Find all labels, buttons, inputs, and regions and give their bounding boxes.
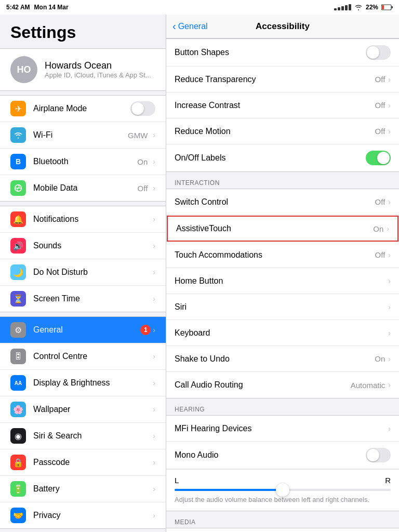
profile-name: Howards Ocean <box>45 60 151 71</box>
call-audio-routing-chevron: › <box>388 381 391 389</box>
general-badge: 1 <box>140 325 151 335</box>
sidebar-item-do-not-disturb[interactable]: 🌙 Do Not Disturb › <box>0 259 166 286</box>
wifi-setting-icon <box>10 127 26 143</box>
right-row-home-button[interactable]: Home Button › <box>166 268 399 294</box>
reduce-transparency-label: Reduce Transparency <box>175 75 375 84</box>
right-row-assistive-touch[interactable]: AssistiveTouch On › <box>167 216 398 242</box>
sidebar-item-wallpaper[interactable]: 🌸 Wallpaper › <box>0 396 166 423</box>
right-row-mfi-hearing[interactable]: MFi Hearing Devices › <box>166 416 399 442</box>
siri-search-label: Siri & Search <box>33 431 151 441</box>
siri-label: Siri <box>175 302 388 312</box>
slider-left-label: L <box>175 476 179 485</box>
control-centre-chevron: › <box>153 352 155 361</box>
right-row-onoff-labels[interactable]: On/Off Labels <box>166 144 399 171</box>
shake-to-undo-label: Shake to Undo <box>175 354 375 364</box>
right-row-button-shapes[interactable]: Button Shapes <box>166 39 399 66</box>
status-date: Mon 14 Mar <box>34 4 69 11</box>
wallpaper-icon: 🌸 <box>10 402 26 417</box>
slider-right-label: R <box>385 476 391 485</box>
nav-back-label: General <box>178 22 208 31</box>
screen-time-label: Screen Time <box>33 294 151 303</box>
mfi-hearing-chevron: › <box>388 424 391 433</box>
svg-rect-1 <box>382 5 384 9</box>
airplane-mode-toggle[interactable] <box>130 101 155 116</box>
status-time: 5:42 AM <box>6 4 30 11</box>
wifi-value: GMW <box>128 131 148 140</box>
right-row-reduce-transparency[interactable]: Reduce Transparency Off › <box>166 66 399 92</box>
sounds-label: Sounds <box>33 241 151 250</box>
nav-back-button[interactable]: ‹ General <box>172 20 208 32</box>
screen-time-chevron: › <box>153 295 155 303</box>
general-chevron: › <box>153 326 155 334</box>
status-bar: 5:42 AM Mon 14 Mar 22% <box>0 0 399 15</box>
sidebar-item-general[interactable]: ⚙ General 1 › <box>0 317 166 343</box>
sounds-icon: 🔊 <box>10 238 26 254</box>
sidebar-item-siri-search[interactable]: ◉ Siri & Search › <box>0 423 166 449</box>
battery-level: 22% <box>366 4 378 11</box>
display-brightness-label: Display & Brightness <box>33 378 151 388</box>
slider-fill <box>175 489 283 491</box>
section-hearing-header: HEARING <box>166 403 399 415</box>
touch-accommodations-label: Touch Accommodations <box>175 250 375 260</box>
sidebar-item-airplane-mode[interactable]: ✈ Airplane Mode <box>0 96 166 122</box>
assistive-touch-value: On <box>373 224 383 233</box>
sidebar-item-display-brightness[interactable]: AA Display & Brightness › <box>0 370 166 396</box>
profile-row[interactable]: HO Howards Ocean Apple ID, iCloud, iTune… <box>0 48 166 91</box>
audio-balance-slider-section: L R Adjust the audio volume balance betw… <box>166 469 399 511</box>
airplane-mode-label: Airplane Mode <box>33 104 130 113</box>
right-row-keyboard[interactable]: Keyboard › <box>166 320 399 346</box>
section-interaction-header: INTERACTION <box>166 176 399 189</box>
assistive-touch-chevron: › <box>387 224 389 233</box>
sidebar-item-battery[interactable]: 🔋 Battery › <box>0 476 166 502</box>
right-row-call-audio-routing[interactable]: Call Audio Routing Automatic › <box>166 372 399 398</box>
sidebar-item-wifi[interactable]: Wi-Fi GMW › <box>0 122 166 149</box>
sidebar-item-notifications[interactable]: 🔔 Notifications › <box>0 206 166 233</box>
sidebar-item-passcode[interactable]: 🔒 Passcode › <box>0 449 166 476</box>
increase-contrast-chevron: › <box>388 101 391 110</box>
reduce-motion-chevron: › <box>388 127 391 136</box>
button-shapes-toggle[interactable] <box>366 45 391 60</box>
back-chevron-icon: ‹ <box>172 20 176 32</box>
sidebar-item-mobile-data[interactable]: Mobile Data Off › <box>0 175 166 201</box>
privacy-chevron: › <box>153 511 155 520</box>
right-row-switch-control[interactable]: Switch Control Off › <box>166 189 399 215</box>
sidebar-item-control-centre[interactable]: 🎛 Control Centre › <box>0 343 166 370</box>
right-row-shake-to-undo[interactable]: Shake to Undo On › <box>166 346 399 372</box>
audio-balance-track <box>175 489 391 491</box>
wifi-chevron: › <box>153 131 155 139</box>
notifications-label: Notifications <box>33 215 151 224</box>
media-group: Subtitles & Captioning › <box>166 528 399 532</box>
sidebar-title: Settings <box>0 15 166 48</box>
sidebar-item-sounds[interactable]: 🔊 Sounds › <box>0 233 166 259</box>
control-centre-icon: 🎛 <box>10 349 26 364</box>
wallpaper-label: Wallpaper <box>33 405 151 414</box>
sidebar-item-privacy[interactable]: 🤝 Privacy › <box>0 502 166 528</box>
shake-to-undo-chevron: › <box>388 355 391 363</box>
onoff-labels-toggle[interactable] <box>366 151 391 165</box>
passcode-label: Passcode <box>33 458 151 467</box>
right-row-touch-accommodations[interactable]: Touch Accommodations Off › <box>166 242 399 268</box>
battery-icon <box>381 4 393 10</box>
avatar: HO <box>10 56 37 83</box>
passcode-icon: 🔒 <box>10 455 26 470</box>
right-row-subtitles-captioning[interactable]: Subtitles & Captioning › <box>166 528 399 532</box>
sidebar-item-bluetooth[interactable]: B Bluetooth On › <box>0 149 166 175</box>
right-row-siri[interactable]: Siri › <box>166 294 399 320</box>
settings-group-notifications: 🔔 Notifications › 🔊 Sounds › 🌙 Do Not Di… <box>0 206 166 312</box>
right-row-mono-audio[interactable]: Mono Audio <box>166 442 399 469</box>
call-audio-routing-label: Call Audio Routing <box>175 380 351 390</box>
shake-to-undo-value: On <box>375 354 385 363</box>
general-label: General <box>33 325 140 335</box>
button-shapes-label: Button Shapes <box>175 48 366 57</box>
switch-control-label: Switch Control <box>175 197 375 207</box>
right-row-increase-contrast[interactable]: Increase Contrast Off › <box>166 92 399 118</box>
sidebar-item-screen-time[interactable]: ⏳ Screen Time › <box>0 286 166 312</box>
right-panel: ‹ General Accessibility Button Shapes Re… <box>166 15 399 532</box>
increase-contrast-value: Off <box>375 101 385 110</box>
slider-thumb[interactable] <box>276 483 289 497</box>
right-row-reduce-motion[interactable]: Reduce Motion Off › <box>166 118 399 144</box>
do-not-disturb-label: Do Not Disturb <box>33 268 151 277</box>
keyboard-label: Keyboard <box>175 328 388 338</box>
battery-chevron: › <box>153 485 155 493</box>
mono-audio-toggle[interactable] <box>366 448 391 462</box>
